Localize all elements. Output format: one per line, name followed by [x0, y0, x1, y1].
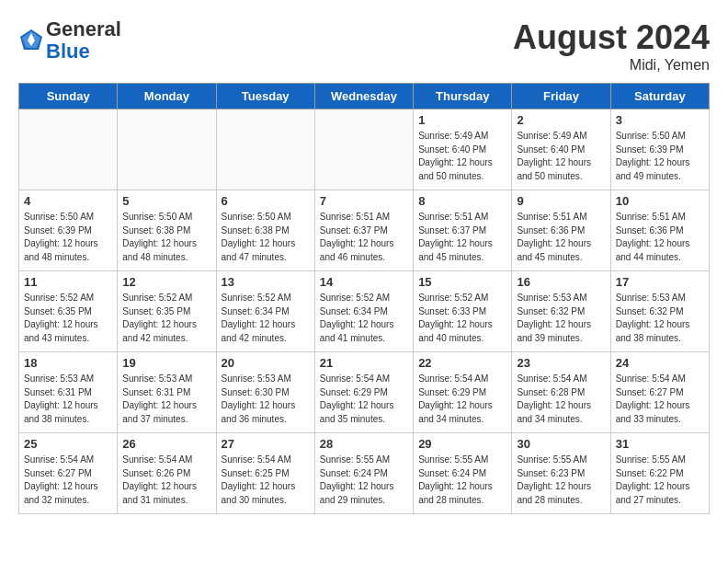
day-number: 27 — [222, 437, 310, 451]
day-detail: Sunrise: 5:52 AM Sunset: 6:34 PM Dayligh… — [222, 292, 310, 345]
day-cell: 22Sunrise: 5:54 AM Sunset: 6:29 PM Dayli… — [414, 352, 512, 433]
day-number: 8 — [418, 194, 506, 208]
day-number: 25 — [24, 437, 112, 451]
col-tuesday: Tuesday — [216, 84, 314, 109]
day-detail: Sunrise: 5:53 AM Sunset: 6:30 PM Dayligh… — [222, 373, 310, 426]
day-detail: Sunrise: 5:53 AM Sunset: 6:31 PM Dayligh… — [122, 373, 210, 426]
day-detail: Sunrise: 5:49 AM Sunset: 6:40 PM Dayligh… — [517, 130, 605, 183]
day-number: 28 — [320, 437, 408, 451]
day-cell: 29Sunrise: 5:55 AM Sunset: 6:24 PM Dayli… — [414, 433, 512, 514]
day-number: 29 — [418, 437, 506, 451]
day-number: 22 — [418, 356, 506, 370]
day-detail: Sunrise: 5:54 AM Sunset: 6:25 PM Dayligh… — [222, 454, 310, 507]
day-number: 17 — [616, 275, 704, 289]
day-cell: 19Sunrise: 5:53 AM Sunset: 6:31 PM Dayli… — [118, 352, 216, 433]
day-number: 12 — [122, 275, 210, 289]
day-number: 4 — [24, 194, 112, 208]
col-monday: Monday — [118, 84, 216, 109]
day-cell: 15Sunrise: 5:52 AM Sunset: 6:33 PM Dayli… — [414, 271, 512, 352]
day-cell — [19, 109, 118, 190]
day-detail: Sunrise: 5:55 AM Sunset: 6:24 PM Dayligh… — [418, 454, 506, 507]
day-number: 7 — [320, 194, 408, 208]
day-cell: 9Sunrise: 5:51 AM Sunset: 6:36 PM Daylig… — [512, 190, 610, 271]
day-detail: Sunrise: 5:51 AM Sunset: 6:36 PM Dayligh… — [616, 211, 704, 264]
day-cell: 18Sunrise: 5:53 AM Sunset: 6:31 PM Dayli… — [19, 352, 118, 433]
col-wednesday: Wednesday — [314, 84, 413, 109]
header: General Blue August 2024 Midi, Yemen — [18, 18, 710, 74]
week-row-2: 4Sunrise: 5:50 AM Sunset: 6:39 PM Daylig… — [19, 190, 710, 271]
calendar-header: Sunday Monday Tuesday Wednesday Thursday… — [19, 84, 710, 109]
day-cell — [314, 109, 413, 190]
day-detail: Sunrise: 5:54 AM Sunset: 6:29 PM Dayligh… — [320, 373, 408, 426]
day-cell: 24Sunrise: 5:54 AM Sunset: 6:27 PM Dayli… — [610, 352, 709, 433]
day-detail: Sunrise: 5:54 AM Sunset: 6:26 PM Dayligh… — [122, 454, 210, 507]
day-detail: Sunrise: 5:50 AM Sunset: 6:39 PM Dayligh… — [24, 211, 112, 264]
day-detail: Sunrise: 5:53 AM Sunset: 6:31 PM Dayligh… — [24, 373, 112, 426]
day-cell: 2Sunrise: 5:49 AM Sunset: 6:40 PM Daylig… — [512, 109, 610, 190]
day-detail: Sunrise: 5:50 AM Sunset: 6:39 PM Dayligh… — [616, 130, 704, 183]
day-number: 24 — [616, 356, 704, 370]
day-number: 15 — [418, 275, 506, 289]
day-detail: Sunrise: 5:52 AM Sunset: 6:35 PM Dayligh… — [24, 292, 112, 345]
day-cell: 26Sunrise: 5:54 AM Sunset: 6:26 PM Dayli… — [118, 433, 216, 514]
col-saturday: Saturday — [610, 84, 709, 109]
logo: General Blue — [18, 18, 121, 63]
day-detail: Sunrise: 5:53 AM Sunset: 6:32 PM Dayligh… — [616, 292, 704, 345]
week-row-5: 25Sunrise: 5:54 AM Sunset: 6:27 PM Dayli… — [19, 433, 710, 514]
day-cell: 3Sunrise: 5:50 AM Sunset: 6:39 PM Daylig… — [610, 109, 709, 190]
day-detail: Sunrise: 5:54 AM Sunset: 6:29 PM Dayligh… — [418, 373, 506, 426]
day-number: 2 — [517, 113, 605, 127]
day-number: 20 — [222, 356, 310, 370]
day-detail: Sunrise: 5:55 AM Sunset: 6:24 PM Dayligh… — [320, 454, 408, 507]
month-year: August 2024 — [513, 18, 710, 57]
day-detail: Sunrise: 5:51 AM Sunset: 6:36 PM Dayligh… — [517, 211, 605, 264]
day-detail: Sunrise: 5:53 AM Sunset: 6:32 PM Dayligh… — [517, 292, 605, 345]
day-cell: 7Sunrise: 5:51 AM Sunset: 6:37 PM Daylig… — [314, 190, 413, 271]
week-row-3: 11Sunrise: 5:52 AM Sunset: 6:35 PM Dayli… — [19, 271, 710, 352]
day-cell: 20Sunrise: 5:53 AM Sunset: 6:30 PM Dayli… — [216, 352, 314, 433]
week-row-1: 1Sunrise: 5:49 AM Sunset: 6:40 PM Daylig… — [19, 109, 710, 190]
day-cell: 13Sunrise: 5:52 AM Sunset: 6:34 PM Dayli… — [216, 271, 314, 352]
day-detail: Sunrise: 5:54 AM Sunset: 6:27 PM Dayligh… — [24, 454, 112, 507]
col-sunday: Sunday — [19, 84, 118, 109]
day-number: 11 — [24, 275, 112, 289]
logo-text: General Blue — [46, 18, 121, 63]
day-detail: Sunrise: 5:54 AM Sunset: 6:27 PM Dayligh… — [616, 373, 704, 426]
day-cell: 8Sunrise: 5:51 AM Sunset: 6:37 PM Daylig… — [414, 190, 512, 271]
logo-icon — [18, 28, 44, 53]
day-cell: 5Sunrise: 5:50 AM Sunset: 6:38 PM Daylig… — [118, 190, 216, 271]
location: Midi, Yemen — [513, 57, 710, 74]
day-cell: 31Sunrise: 5:55 AM Sunset: 6:22 PM Dayli… — [610, 433, 709, 514]
day-cell: 27Sunrise: 5:54 AM Sunset: 6:25 PM Dayli… — [216, 433, 314, 514]
day-cell: 30Sunrise: 5:55 AM Sunset: 6:23 PM Dayli… — [512, 433, 610, 514]
day-cell: 10Sunrise: 5:51 AM Sunset: 6:36 PM Dayli… — [610, 190, 709, 271]
day-number: 23 — [517, 356, 605, 370]
day-number: 30 — [517, 437, 605, 451]
title-block: August 2024 Midi, Yemen — [513, 18, 710, 74]
day-detail: Sunrise: 5:50 AM Sunset: 6:38 PM Dayligh… — [222, 211, 310, 264]
day-cell: 17Sunrise: 5:53 AM Sunset: 6:32 PM Dayli… — [610, 271, 709, 352]
day-detail: Sunrise: 5:52 AM Sunset: 6:35 PM Dayligh… — [122, 292, 210, 345]
calendar-table: Sunday Monday Tuesday Wednesday Thursday… — [18, 83, 710, 514]
day-number: 1 — [418, 113, 506, 127]
day-number: 14 — [320, 275, 408, 289]
day-cell: 23Sunrise: 5:54 AM Sunset: 6:28 PM Dayli… — [512, 352, 610, 433]
day-cell: 11Sunrise: 5:52 AM Sunset: 6:35 PM Dayli… — [19, 271, 118, 352]
day-detail: Sunrise: 5:51 AM Sunset: 6:37 PM Dayligh… — [418, 211, 506, 264]
day-cell: 12Sunrise: 5:52 AM Sunset: 6:35 PM Dayli… — [118, 271, 216, 352]
day-detail: Sunrise: 5:55 AM Sunset: 6:23 PM Dayligh… — [517, 454, 605, 507]
logo-general-text: General — [46, 17, 121, 40]
day-number: 21 — [320, 356, 408, 370]
day-detail: Sunrise: 5:52 AM Sunset: 6:34 PM Dayligh… — [320, 292, 408, 345]
day-cell: 21Sunrise: 5:54 AM Sunset: 6:29 PM Dayli… — [314, 352, 413, 433]
col-friday: Friday — [512, 84, 610, 109]
day-number: 13 — [222, 275, 310, 289]
day-number: 9 — [517, 194, 605, 208]
col-thursday: Thursday — [414, 84, 512, 109]
day-detail: Sunrise: 5:49 AM Sunset: 6:40 PM Dayligh… — [418, 130, 506, 183]
day-cell: 25Sunrise: 5:54 AM Sunset: 6:27 PM Dayli… — [19, 433, 118, 514]
day-number: 10 — [616, 194, 704, 208]
day-number: 26 — [122, 437, 210, 451]
day-cell: 6Sunrise: 5:50 AM Sunset: 6:38 PM Daylig… — [216, 190, 314, 271]
day-number: 18 — [24, 356, 112, 370]
